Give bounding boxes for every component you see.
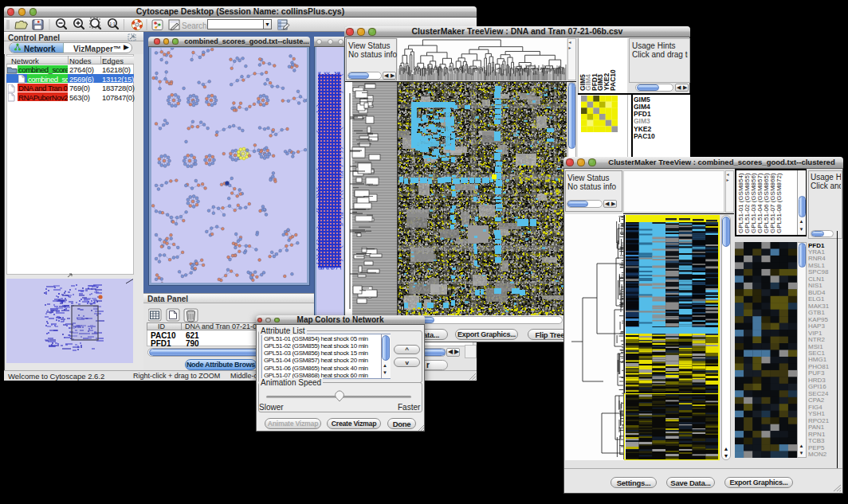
svg-text:GPL51-08 (GSM872): GPL51-08 (GSM872) bbox=[775, 173, 783, 233]
svg-text:1:1: 1:1 bbox=[109, 21, 116, 26]
svg-text:PAC10: PAC10 bbox=[609, 69, 617, 91]
